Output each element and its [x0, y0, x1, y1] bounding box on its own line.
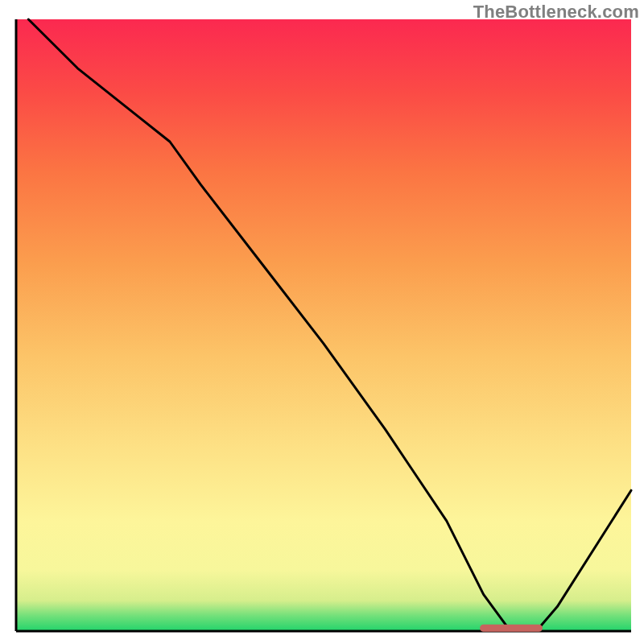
chart-canvas: TheBottleneck.com	[0, 0, 644, 644]
watermark-label: TheBottleneck.com	[473, 2, 639, 23]
bottleneck-plot	[0, 0, 644, 644]
plot-background	[16, 19, 631, 631]
